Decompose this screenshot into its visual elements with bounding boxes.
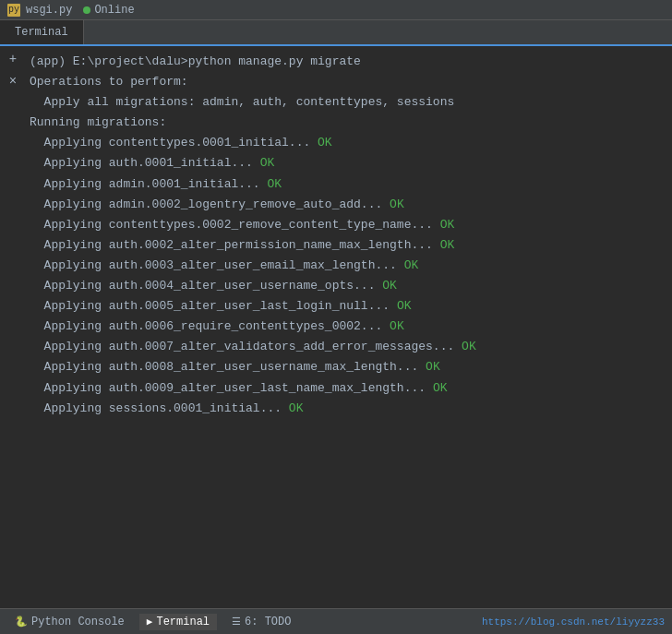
file-icon: py bbox=[7, 4, 20, 17]
bottom-left: 🐍 Python Console ▶ Terminal ☰ 6: TODO bbox=[7, 614, 298, 630]
close-icon[interactable]: × bbox=[4, 72, 22, 90]
online-label: Online bbox=[94, 4, 134, 17]
todo-tab[interactable]: ☰ 6: TODO bbox=[224, 614, 298, 630]
terminal-line: Applying auth.0004_alter_user_username_o… bbox=[26, 276, 672, 296]
bottom-bar: 🐍 Python Console ▶ Terminal ☰ 6: TODO ht… bbox=[0, 608, 672, 634]
terminal-line: Applying auth.0002_alter_permission_name… bbox=[26, 235, 672, 256]
python-console-label: Python Console bbox=[31, 616, 125, 628]
terminal-tab[interactable]: Terminal bbox=[0, 20, 84, 44]
terminal-line: Applying contenttypes.0002_remove_conten… bbox=[26, 215, 672, 235]
online-dot bbox=[83, 6, 90, 14]
terminal-line: Applying auth.0001_initial... OK bbox=[26, 153, 672, 173]
terminal-line: Applying auth.0008_alter_user_username_m… bbox=[26, 357, 672, 377]
terminal-line: Operations to perform: bbox=[26, 72, 672, 92]
python-icon: 🐍 bbox=[15, 616, 28, 628]
python-console-tab[interactable]: 🐍 Python Console bbox=[7, 614, 132, 630]
terminal-bottom-label: Terminal bbox=[156, 616, 210, 628]
terminal-line: Applying contenttypes.0001_initial... OK bbox=[26, 133, 672, 153]
bottom-link: https://blog.csdn.net/liyyzz33 bbox=[482, 616, 665, 628]
filename-label: wsgi.py bbox=[26, 4, 72, 17]
online-badge: Online bbox=[83, 4, 134, 17]
terminal-tab-label: Terminal bbox=[15, 26, 68, 39]
terminal-line: Applying admin.0001_initial... OK bbox=[26, 174, 672, 195]
terminal-bottom-tab[interactable]: ▶ Terminal bbox=[139, 614, 217, 630]
sidebar-icons: + × bbox=[0, 46, 26, 94]
top-bar: py wsgi.py Online bbox=[0, 0, 672, 20]
terminal-line: Applying sessions.0001_initial... OK bbox=[26, 399, 672, 419]
todo-label: 6: TODO bbox=[245, 616, 291, 628]
file-tab[interactable]: py wsgi.py bbox=[7, 4, 72, 17]
tab-bar: Terminal bbox=[0, 20, 672, 46]
terminal-line: Applying admin.0002_logentry_remove_auto… bbox=[26, 195, 672, 215]
terminal-line: Applying auth.0009_alter_user_last_name_… bbox=[26, 378, 672, 399]
terminal-body: (app) E:\project\dalu>python manage.py m… bbox=[0, 46, 672, 608]
terminal-content: (app) E:\project\dalu>python manage.py m… bbox=[26, 52, 672, 419]
terminal-line: Applying auth.0007_alter_validators_add_… bbox=[26, 337, 672, 357]
terminal-line: Applying auth.0006_require_contenttypes_… bbox=[26, 317, 672, 337]
add-icon[interactable]: + bbox=[4, 50, 22, 68]
command-line: (app) E:\project\dalu>python manage.py m… bbox=[26, 52, 672, 72]
terminal-lines: Operations to perform: Apply all migrati… bbox=[26, 72, 672, 419]
terminal-line: Applying auth.0003_alter_user_email_max_… bbox=[26, 256, 672, 276]
todo-icon: ☰ bbox=[232, 616, 241, 628]
terminal-line: Running migrations: bbox=[26, 113, 672, 133]
terminal-bottom-icon: ▶ bbox=[147, 616, 153, 628]
terminal-line: Apply all migrations: admin, auth, conte… bbox=[26, 92, 672, 113]
terminal-line: Applying auth.0005_alter_user_last_login… bbox=[26, 296, 672, 317]
